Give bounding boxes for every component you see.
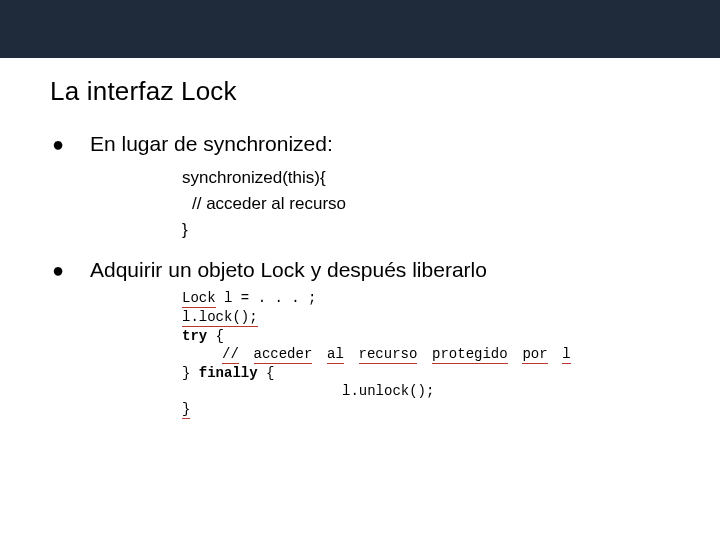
bullet-text: Adquirir un objeto Lock y después libera… [90, 257, 487, 283]
code-line: l.lock(); [182, 308, 680, 327]
code-line: l.unlock(); [182, 382, 680, 400]
bullet-marker: ● [50, 257, 90, 283]
slide-body: La interfaz Lock ● En lugar de synchroni… [0, 58, 720, 419]
slide-title: La interfaz Lock [50, 76, 680, 107]
code-snippet-lock: Lock l = . . . ; l.lock(); try { // acce… [182, 289, 680, 419]
code-line: Lock l = . . . ; [182, 289, 680, 308]
code-line: synchronized(this){ [182, 165, 680, 191]
bullet-text: En lugar de synchronized: [90, 131, 333, 157]
code-line: // acceder al recurso [182, 191, 680, 217]
bullet-item: ● Adquirir un objeto Lock y después libe… [50, 257, 680, 283]
bullet-item: ● En lugar de synchronized: [50, 131, 680, 157]
code-line: } [182, 400, 680, 419]
code-line: // acceder al recurso protegido por l [182, 345, 680, 364]
code-snippet-synchronized: synchronized(this){ // acceder al recurs… [182, 165, 680, 243]
code-line: try { [182, 327, 680, 345]
code-line: } [182, 217, 680, 243]
code-line: } finally { [182, 364, 680, 382]
slide-top-bar [0, 0, 720, 58]
bullet-marker: ● [50, 131, 90, 157]
